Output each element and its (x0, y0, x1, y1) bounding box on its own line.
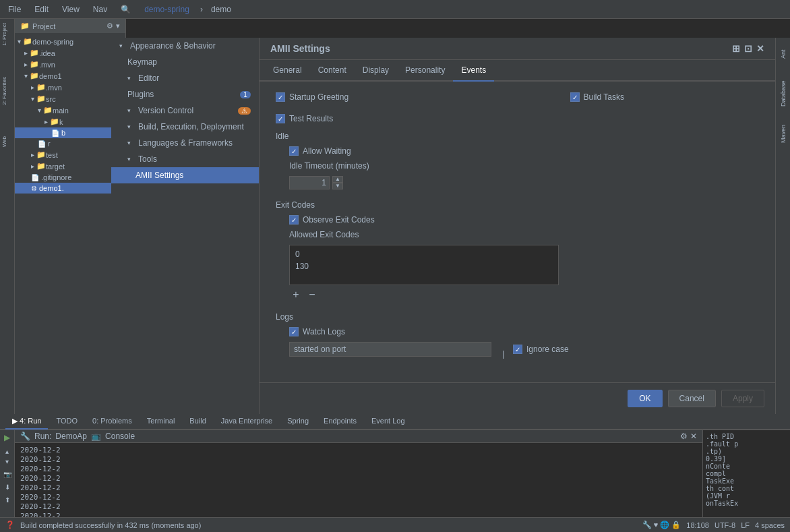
left-strip-project[interactable]: 1: Project (1, 22, 13, 47)
tab-general[interactable]: General (265, 60, 310, 82)
settings-nav-keymap[interactable]: Keymap (111, 54, 259, 70)
menu-edit[interactable]: Edit (32, 3, 51, 16)
startup-greeting-label[interactable]: Startup Greeting (289, 92, 348, 102)
tree-item-mvn[interactable]: ▸📁 .mvn (15, 59, 125, 70)
tree-item-demo-spring[interactable]: ▾📁 demo-spring (15, 36, 125, 47)
dialog-header: AMII Settings ⊞ ⊡ ✕ (260, 38, 775, 60)
status-line-col[interactable]: 18:108 (686, 521, 709, 529)
ok-button[interactable]: OK (628, 390, 662, 407)
observe-exit-codes-checkbox[interactable] (289, 215, 299, 225)
console-header: 🔧 Run: DemoAp 📺 Console ⚙ ✕ (15, 430, 702, 443)
settings-nav-vcs[interactable]: ▾ Version Control ⚠ (111, 102, 259, 119)
layout-icon[interactable]: ⊞ (732, 43, 740, 54)
status-encoding[interactable]: UTF-8 (715, 521, 735, 529)
cancel-button[interactable]: Cancel (668, 390, 716, 407)
status-tab-endpoints[interactable]: Endpoints (317, 414, 363, 430)
tab-events[interactable]: Events (453, 60, 494, 82)
console-clear-icon[interactable]: ⬆ (5, 496, 10, 504)
settings-nav-label-plugins: Plugins (127, 90, 154, 99)
apply-button[interactable]: Apply (721, 390, 764, 407)
console-stop-icon[interactable]: ⬇ (5, 483, 10, 491)
status-tab-build[interactable]: Build (183, 414, 212, 430)
allow-waiting-checkbox[interactable] (289, 146, 299, 156)
console-close-icon[interactable]: ✕ (690, 432, 697, 441)
timeout-increment[interactable]: ▲ (332, 176, 343, 183)
add-exit-code-button[interactable]: + (289, 288, 303, 301)
tab-display[interactable]: Display (355, 60, 397, 82)
status-tab-run[interactable]: ▶ 4: Run (5, 414, 48, 430)
tree-item-r[interactable]: 📄 r (15, 138, 125, 149)
menu-file[interactable]: File (5, 3, 24, 16)
console-right-line: .tp) (706, 448, 787, 455)
console-tab-label[interactable]: Console (105, 432, 135, 441)
list-item[interactable]: 130 (293, 260, 555, 272)
right-strip-maven[interactable]: Maven (777, 120, 789, 147)
tree-item-gitignore[interactable]: 📄 .gitignore (15, 172, 125, 183)
breadcrumb-demo: demo (211, 5, 231, 14)
watch-logs-checkbox[interactable] (289, 327, 299, 336)
build-tasks-checkbox[interactable] (570, 92, 580, 102)
left-strip-favorites[interactable]: 2: Favorites (1, 76, 13, 107)
right-strip-ant[interactable]: Ant (777, 40, 789, 67)
status-spaces[interactable]: 4 spaces (755, 521, 785, 529)
tree-item-src[interactable]: ▾📁 src (15, 93, 125, 105)
test-results-label[interactable]: Test Results (289, 114, 333, 123)
settings-gear-icon[interactable]: ⚙ (107, 22, 113, 30)
tree-item-target[interactable]: ▸📁 target (15, 160, 125, 172)
tree-item-k[interactable]: ▸📁 k (15, 116, 125, 127)
menu-nav[interactable]: Nav (90, 3, 110, 16)
tree-item-idea[interactable]: ▸📁 .idea (15, 47, 125, 59)
tree-item-main[interactable]: ▾📁 main (15, 105, 125, 116)
status-tab-problems[interactable]: 0: Problems (86, 414, 139, 430)
tree-item-test[interactable]: ▸📁 test (15, 149, 125, 160)
settings-nav-amii[interactable]: AMII Settings (111, 167, 259, 183)
tree-item-mvn2[interactable]: ▸📁 .mvn (15, 82, 125, 93)
ignore-case-label[interactable]: Ignore case (526, 345, 569, 354)
remove-exit-code-button[interactable]: − (305, 288, 319, 301)
console-settings-icon[interactable]: ⚙ (680, 432, 688, 441)
observe-exit-codes-label[interactable]: Observe Exit Codes (303, 215, 375, 225)
run-play-icon[interactable]: ▶ (4, 433, 10, 442)
startup-greeting-checkbox[interactable] (276, 92, 285, 102)
watch-logs-label[interactable]: Watch Logs (303, 327, 345, 336)
help-icon[interactable]: ❓ (5, 521, 15, 529)
tab-personality[interactable]: Personality (397, 60, 453, 82)
tab-content[interactable]: Content (310, 60, 355, 82)
log-pattern-input[interactable] (289, 342, 491, 357)
settings-nav-editor[interactable]: ▾ Editor (111, 70, 259, 86)
settings-nav-languages[interactable]: ▾ Languages & Frameworks (111, 135, 259, 151)
settings-nav-build[interactable]: ▾ Build, Execution, Deployment (111, 119, 259, 135)
menu-view[interactable]: View (59, 3, 82, 16)
timeout-decrement[interactable]: ▼ (332, 183, 343, 189)
status-tab-spring[interactable]: Spring (280, 414, 315, 430)
console-scroll-down[interactable]: ▾ (5, 458, 9, 465)
status-tab-java-enterprise[interactable]: Java Enterprise (214, 414, 279, 430)
status-lf[interactable]: LF (741, 521, 750, 529)
breadcrumb-demo-spring[interactable]: demo-spring (142, 3, 192, 16)
sidebar-expand-icon[interactable]: ▾ (116, 22, 120, 30)
test-results-checkbox[interactable] (276, 114, 285, 123)
tree-item-demo1-file[interactable]: ⚙ demo1. (15, 183, 125, 194)
close-dialog-icon[interactable]: ✕ (756, 43, 764, 54)
console-scroll-up[interactable]: ▴ (5, 448, 9, 455)
status-tab-todo[interactable]: TODO (49, 414, 84, 430)
list-item[interactable]: 0 (293, 248, 555, 260)
expand-dialog-icon[interactable]: ⊡ (744, 43, 752, 54)
left-strip-web[interactable]: Web (1, 135, 13, 148)
right-strip-database[interactable]: Database (777, 77, 789, 111)
tree-item-demo1[interactable]: ▾📁 demo1 (15, 70, 125, 82)
console-right-line: th cont (706, 485, 787, 492)
ignore-case-checkbox[interactable] (513, 345, 522, 354)
tree-item-b[interactable]: 📄 b (15, 127, 125, 138)
settings-nav-appearance[interactable]: ▾ Appearance & Behavior (111, 38, 259, 54)
timeout-input[interactable] (289, 176, 330, 189)
list-item: 2020-12-2 (20, 446, 697, 454)
status-tab-terminal[interactable]: Terminal (140, 414, 182, 430)
allow-waiting-label[interactable]: Allow Waiting (303, 146, 351, 156)
console-camera-icon[interactable]: 📷 (3, 471, 11, 478)
status-tab-event-log[interactable]: Event Log (365, 414, 412, 430)
settings-nav-tools[interactable]: ▾ Tools (111, 151, 259, 167)
search-icon[interactable]: 🔍 (118, 3, 133, 16)
build-tasks-label[interactable]: Build Tasks (584, 92, 624, 102)
settings-nav-plugins[interactable]: Plugins 1 (111, 86, 259, 102)
